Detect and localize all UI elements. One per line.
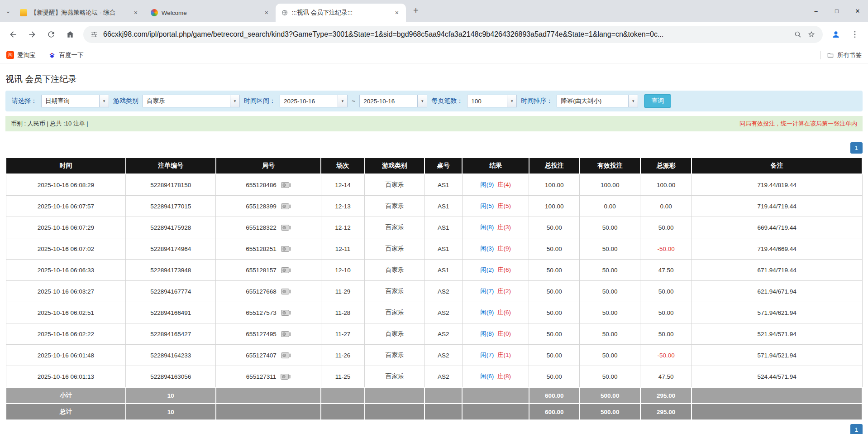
tab-close-icon[interactable]: ✕ (132, 9, 139, 16)
snapshot-camera-icon[interactable] (281, 203, 291, 210)
tab-close-icon[interactable]: ✕ (263, 9, 270, 16)
cell-total-bet-link[interactable]: 50.00 (529, 260, 580, 281)
page-1-button[interactable]: 1 (850, 424, 863, 434)
round-number: 655128486 (246, 182, 277, 188)
footer-empty-cell (424, 404, 462, 420)
site-info-icon[interactable] (91, 31, 98, 38)
round-number: 655128322 (246, 224, 277, 231)
bookmarks-bar: 淘 爱淘宝 百度一下 所有书签 (0, 47, 868, 63)
footer-empty-cell (365, 404, 424, 420)
cell-valid-bet: 50.00 (580, 238, 640, 260)
chevron-down-icon[interactable]: ▾ (230, 95, 239, 107)
tab-welcome[interactable]: Welcome ✕ (145, 4, 276, 22)
menu-icon[interactable] (846, 26, 863, 43)
snapshot-camera-icon[interactable] (281, 352, 291, 359)
cell-result: 闲(8) 庄(0) (462, 323, 529, 345)
chevron-down-icon[interactable]: ▾ (417, 95, 427, 107)
sort-order-label: 时间排序： (521, 97, 553, 105)
chevron-down-icon[interactable]: ▾ (338, 95, 347, 107)
all-bookmarks-button[interactable]: 所有书签 (826, 51, 862, 59)
page-size-value: 100 (467, 95, 507, 107)
home-button[interactable] (62, 26, 79, 43)
snapshot-camera-icon[interactable] (281, 373, 291, 380)
date-from-select[interactable]: 2025-10-16 ▾ (280, 95, 348, 107)
snapshot-camera-icon[interactable] (281, 182, 291, 188)
page-1-button[interactable]: 1 (850, 142, 863, 154)
query-type-select[interactable]: 日期查询 ▾ (41, 95, 109, 107)
chevron-down-icon[interactable]: ▾ (99, 95, 109, 107)
cell-result: 闲(7) 庄(2) (462, 281, 529, 302)
column-header-2: 注单编号 (126, 158, 216, 174)
cell-total-bet-link[interactable]: 100.00 (529, 174, 580, 196)
address-bar[interactable]: 66cxkj98.com/ipl/portal.php/game/betreco… (83, 26, 823, 43)
date-from-value: 2025-10-16 (280, 95, 338, 107)
cell-total-bet-link[interactable]: 100.00 (529, 196, 580, 217)
footer-empty-cell (462, 387, 529, 404)
result-player: 闲(5) (480, 203, 494, 209)
url-text[interactable]: 66cxkj98.com/ipl/portal.php/game/betreco… (103, 30, 788, 39)
cell-total-bet-link[interactable]: 50.00 (529, 281, 580, 302)
cell-total-bet-link[interactable]: 50.00 (529, 366, 580, 388)
cell-valid-bet: 50.00 (580, 281, 640, 302)
total-payout: 295.00 (640, 404, 692, 420)
cell-total-bet-link[interactable]: 50.00 (529, 217, 580, 238)
snapshot-camera-icon[interactable] (281, 288, 291, 295)
cell-total-bet-link[interactable]: 50.00 (529, 345, 580, 366)
column-header-1: 时间 (6, 158, 126, 174)
page-size-select[interactable]: 100 ▾ (467, 95, 517, 107)
search-button[interactable]: 查询 (644, 94, 671, 108)
bet-row: 2025-10-16 06:01:13 522894163056 6551273… (6, 366, 862, 388)
close-window-button[interactable]: ✕ (847, 0, 868, 22)
sort-order-select[interactable]: 降幂(由大到小) ▾ (557, 95, 638, 107)
snapshot-camera-icon[interactable] (281, 246, 291, 252)
refresh-button[interactable] (43, 26, 60, 43)
bookmark-label: 爱淘宝 (17, 51, 36, 59)
cell-round: 655127668 (216, 281, 321, 302)
profile-icon[interactable] (827, 26, 844, 43)
cell-table: AS1 (424, 196, 462, 217)
chevron-down-icon[interactable]: ▾ (628, 95, 638, 107)
bookmark-star-icon[interactable] (807, 30, 816, 39)
tab-betrecord-active[interactable]: :::视讯 会员下注纪录::: ✕ (276, 4, 406, 22)
column-header-6: 桌号 (424, 158, 462, 174)
column-header-8: 总投注 (529, 158, 580, 174)
snapshot-camera-icon[interactable] (281, 267, 291, 274)
minimize-button[interactable]: – (806, 0, 826, 22)
snapshot-camera-icon[interactable] (281, 224, 291, 231)
tab-list-chevron-icon[interactable]: ⌄ (5, 7, 11, 14)
cell-bet-id: 522894164233 (126, 345, 216, 366)
cell-result: 闲(9) 庄(6) (462, 302, 529, 323)
bookmark-aitaobao[interactable]: 淘 爱淘宝 (6, 51, 36, 59)
tab-close-icon[interactable]: ✕ (393, 9, 401, 16)
bet-row: 2025-10-16 06:06:33 522894173948 6551281… (6, 260, 862, 281)
back-button[interactable] (5, 26, 22, 43)
cell-round: 655127311 (216, 366, 321, 388)
round-number: 655127573 (246, 309, 277, 316)
forward-button[interactable] (24, 26, 41, 43)
new-tab-button[interactable]: + (410, 5, 422, 17)
cell-total-bet-link[interactable]: 50.00 (529, 238, 580, 260)
cell-total-bet-link[interactable]: 50.00 (529, 323, 580, 345)
total-row: 总计 10 600.00 500.00 295.00 (6, 404, 862, 420)
cell-result: 闲(2) 庄(6) (462, 260, 529, 281)
cell-payout: 47.50 (640, 366, 692, 388)
bookmark-baidu[interactable]: 百度一下 (48, 51, 84, 59)
chevron-down-icon[interactable]: ▾ (507, 95, 516, 107)
cell-time: 2025-10-16 06:01:13 (6, 366, 126, 388)
zoom-icon[interactable] (794, 30, 802, 39)
cell-bet-id: 522894167774 (126, 281, 216, 302)
cell-session: 11-26 (321, 345, 364, 366)
cell-session: 11-27 (321, 323, 364, 345)
cell-remark: 571.94/521.94 (692, 345, 862, 366)
snapshot-camera-icon[interactable] (281, 331, 291, 338)
cell-time: 2025-10-16 06:08:29 (6, 174, 126, 196)
snapshot-camera-icon[interactable] (281, 309, 291, 316)
date-to-select[interactable]: 2025-10-16 ▾ (359, 95, 427, 107)
maximize-button[interactable]: □ (826, 0, 847, 22)
tab-forum[interactable]: 【新提醒】海燕策略论坛 - 综合 ✕ (14, 4, 145, 22)
cell-total-bet-link[interactable]: 50.00 (529, 302, 580, 323)
footer-empty-cell (462, 404, 529, 420)
cell-payout: 50.00 (640, 217, 692, 238)
game-type-select[interactable]: 百家乐 ▾ (143, 95, 240, 107)
cell-session: 12-13 (321, 196, 364, 217)
